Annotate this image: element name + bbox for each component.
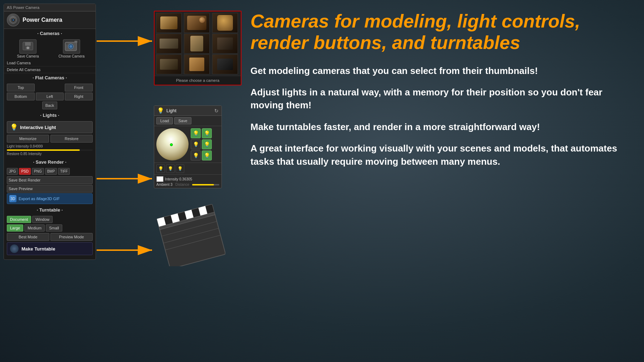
flat-cameras-section: Top Front Bottom Left Right Back — [4, 82, 96, 111]
power-camera-icon — [7, 14, 20, 26]
save-best-render-button[interactable]: Save Best Render — [7, 176, 93, 184]
light-small-btn-1[interactable]: 💡 — [156, 164, 165, 173]
save-camera-label: Save Camera — [17, 54, 39, 58]
light-intensity-section: Intensity 0.36305 Ambient 3 Distance — [154, 174, 221, 188]
svg-rect-12 — [66, 43, 68, 45]
lights-section-header: · Lights · — [4, 111, 96, 120]
small-button[interactable]: Small — [46, 224, 62, 232]
bottom-camera-button[interactable]: Bottom — [7, 93, 35, 100]
sidebar-title: AS Power Camera — [4, 4, 96, 11]
power-camera-header: Power Camera — [4, 11, 96, 29]
make-turntable-label: Make Turntable — [21, 246, 55, 252]
preview-mode-button[interactable]: Preview Mode — [50, 233, 93, 241]
best-mode-button[interactable]: Best Mode — [7, 233, 49, 241]
light-bottom-row: 💡 💡 💡 — [154, 163, 221, 174]
size-row: Large Medium Small — [7, 224, 93, 232]
intensity-value: Intensity 0.36305 — [165, 177, 192, 181]
left-camera-button[interactable]: Left — [36, 93, 64, 100]
light-sphere — [156, 128, 189, 160]
save-camera-button[interactable]: Save Camera — [7, 39, 49, 58]
light-intensity-bar — [7, 149, 93, 151]
light-save-button[interactable]: Save — [174, 117, 191, 124]
camera-thumb-4[interactable] — [156, 34, 182, 54]
light-small-btn-2[interactable]: 💡 — [166, 164, 175, 173]
doc-win-row: Document Window — [7, 216, 93, 223]
right-camera-button[interactable]: Right — [65, 93, 93, 100]
camera-thumb-1[interactable] — [156, 13, 182, 33]
make-turntable-button[interactable]: Make Turntable — [7, 242, 93, 255]
save-camera-icon — [19, 39, 36, 54]
light-slot-2[interactable]: 💡 — [202, 128, 212, 138]
camera-icon — [9, 16, 17, 24]
light-slot-5[interactable]: 💡 — [191, 150, 201, 160]
light-intensity-label: Light Intensity 0.84999 — [7, 144, 93, 149]
camera-grid — [155, 11, 241, 76]
restore-button[interactable]: Restore — [50, 135, 93, 143]
clapperboard — [154, 195, 225, 266]
camera-thumb-3[interactable] — [212, 13, 238, 33]
delete-all-cameras-item[interactable]: Delete All Cameras — [4, 66, 96, 73]
back-camera-row: Back — [7, 101, 93, 109]
turntable-icon — [10, 244, 19, 253]
light-load-save: Load Save — [154, 116, 221, 126]
format-row: JPG PSD PNG BMP TIFF — [7, 168, 93, 175]
desc-text-2: Adjust lights in a natural way, with a m… — [250, 86, 637, 112]
mode-row: Best Mode Preview Mode — [7, 233, 93, 241]
arrow-lights — [97, 170, 161, 188]
choose-camera-button[interactable]: Choose Camera — [50, 39, 93, 58]
export-label: Export as iMage3D GIF — [19, 197, 60, 201]
light-slot-3[interactable]: 💡 — [191, 139, 201, 149]
camera-thumb-6[interactable] — [212, 34, 238, 54]
main-heading: Cameras for modeling, light controls, re… — [250, 11, 637, 54]
memorize-button[interactable]: Memorize — [7, 135, 49, 143]
ambient-row: Ambient 3 Distance — [156, 183, 219, 187]
memorize-restore-row: Memorize Restore — [7, 135, 93, 143]
svg-rect-5 — [25, 42, 31, 46]
light-btn-row-2: 💡 💡 — [191, 139, 219, 149]
png-button[interactable]: PNG — [32, 168, 44, 175]
export-icon: 3D — [9, 195, 16, 202]
light-slot-1[interactable]: 💡 — [191, 128, 201, 138]
light-small-btn-3[interactable]: 💡 — [176, 164, 184, 173]
light-slot-6[interactable]: 💡 — [202, 150, 212, 160]
window-button[interactable]: Window — [32, 216, 53, 223]
camera-thumb-2[interactable] — [184, 13, 210, 33]
tiff-button[interactable]: TIFF — [58, 168, 70, 175]
camera-thumb-8[interactable] — [184, 54, 210, 74]
arrow-turntable — [97, 241, 161, 259]
light-load-button[interactable]: Load — [156, 117, 173, 124]
camera-chooser-footer: Please choose a camera — [155, 76, 241, 85]
turntable-section: Document Window Large Medium Small Best … — [4, 214, 96, 257]
svg-rect-11 — [74, 41, 77, 43]
top-camera-button[interactable]: Top — [7, 84, 35, 91]
light-sphere-container[interactable] — [156, 128, 189, 160]
camera-buttons: Save Camera Choose Camera — [4, 38, 96, 60]
light-refresh-button[interactable]: ↻ — [214, 108, 219, 114]
medium-button[interactable]: Medium — [24, 224, 45, 232]
psd-button[interactable]: PSD — [19, 168, 31, 175]
camera-thumb-7[interactable] — [156, 54, 182, 74]
intensity-row: Intensity 0.36305 — [156, 176, 219, 182]
bulb-icon: 💡 — [10, 123, 18, 131]
jpg-button[interactable]: JPG — [7, 168, 18, 175]
light-btn-row-1: 💡 💡 — [191, 128, 219, 138]
large-button[interactable]: Large — [7, 224, 23, 232]
desc-text-4: A great interface for working visually w… — [250, 142, 637, 168]
distance-slider[interactable] — [192, 184, 219, 185]
light-body: 💡 💡 💡 💡 💡 💡 — [154, 126, 221, 163]
load-camera-item[interactable]: Load Camera — [4, 60, 96, 66]
back-camera-button[interactable]: Back — [42, 101, 57, 109]
light-slot-4[interactable]: 💡 — [202, 139, 212, 149]
document-button[interactable]: Document — [7, 216, 31, 223]
interactive-light-button[interactable]: 💡 Interactive Light — [7, 121, 93, 133]
export-gif-button[interactable]: 3D Export as iMage3D GIF — [7, 193, 93, 204]
light-dot — [170, 143, 173, 146]
distance-label: Distance — [175, 183, 189, 187]
front-camera-button[interactable]: Front — [65, 84, 93, 91]
bmp-button[interactable]: BMP — [45, 168, 57, 175]
save-preview-button[interactable]: Save Preview — [7, 185, 93, 193]
svg-point-2 — [13, 19, 14, 21]
camera-thumb-9[interactable] — [212, 54, 238, 74]
camera-thumb-5[interactable] — [184, 34, 210, 54]
interactive-light-label: Interactive Light — [20, 125, 56, 130]
